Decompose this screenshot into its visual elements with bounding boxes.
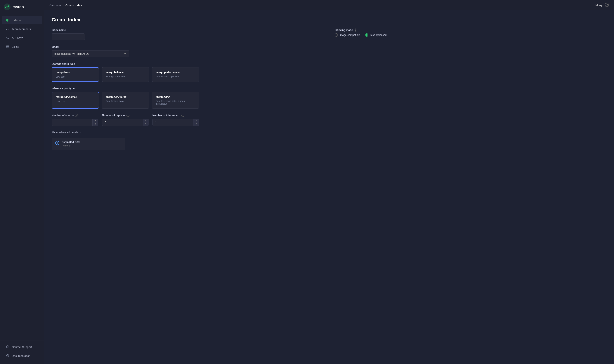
radio-image-compatible-circle xyxy=(335,33,338,37)
inference-card-cpu-small[interactable]: marqo.CPU.small Low cost xyxy=(52,92,99,109)
sidebar-item-contact-support[interactable]: Contact Support xyxy=(2,343,42,351)
num-shards-input-wrap: ▲ ▼ xyxy=(52,119,98,126)
storage-shard-card-grid: marqo.basic Low cost marqo.balanced Stor… xyxy=(52,67,199,82)
storage-card-basic[interactable]: marqo.basic Low cost xyxy=(52,67,99,82)
sidebar-item-indexes-label: Indexes xyxy=(12,19,22,22)
num-inference-increment[interactable]: ▲ xyxy=(193,119,199,122)
sidebar-item-billing[interactable]: Billing xyxy=(2,42,42,51)
num-inference-label: Number of inference ... i xyxy=(152,114,199,117)
storage-card-performance-title: marqo.performance xyxy=(156,71,195,74)
num-replicas-input[interactable] xyxy=(102,119,143,126)
svg-point-6 xyxy=(8,28,9,29)
inference-card-gpu[interactable]: marqo.GPU Best for image data, highest t… xyxy=(152,92,199,109)
num-inference-decrement[interactable]: ▼ xyxy=(193,122,199,126)
radio-text-optimised-label: Text-optimised xyxy=(370,34,386,37)
sidebar-item-documentation-label: Documentation xyxy=(12,354,30,357)
logo: marqo xyxy=(0,0,44,14)
svg-rect-8 xyxy=(6,46,9,48)
index-name-section: Index name xyxy=(52,28,324,46)
num-inference-input-wrap: ▲ ▼ xyxy=(152,119,199,126)
documentation-icon xyxy=(6,354,10,358)
num-inference-field: Number of inference ... i ▲ ▼ xyxy=(152,114,199,126)
num-shards-info-icon[interactable]: i xyxy=(75,114,78,117)
storage-card-balanced-desc: Storage optimised xyxy=(106,75,145,78)
num-shards-field: Number of shards i ▲ ▼ xyxy=(52,114,98,126)
breadcrumb-chevron: › xyxy=(63,4,64,6)
inference-card-gpu-title: marqo.GPU xyxy=(156,95,195,98)
num-inference-stepper: ▲ ▼ xyxy=(193,119,199,126)
inference-card-cpu-large[interactable]: marqo.CPU.large Best for text data xyxy=(102,92,149,109)
cost-info-icon: i xyxy=(55,141,59,145)
sidebar-item-billing-label: Billing xyxy=(12,45,19,48)
sidebar-item-api-keys[interactable]: API Keys xyxy=(2,34,42,42)
show-advanced-toggle[interactable]: Show advanced details ▲ xyxy=(52,131,607,134)
main-area: Overview › Create index Marqo Create Ind… xyxy=(44,0,614,364)
sidebar-bottom: Contact Support Documentation xyxy=(0,340,44,364)
team-members-icon xyxy=(6,27,10,31)
index-name-input[interactable] xyxy=(52,33,85,40)
svg-point-2 xyxy=(8,5,9,6)
radio-text-optimised[interactable]: Text-optimised xyxy=(365,33,386,37)
num-inference-info-icon[interactable]: i xyxy=(181,114,184,117)
num-shards-label: Number of shards i xyxy=(52,114,98,117)
num-replicas-increment[interactable]: ▲ xyxy=(143,119,149,122)
indexing-mode-form-section: Indexing mode i Image-compatible Text xyxy=(335,28,607,37)
sidebar-item-team-members[interactable]: Team Members xyxy=(2,25,42,33)
num-shards-input[interactable] xyxy=(52,119,92,126)
breadcrumb-current: Create index xyxy=(66,3,82,7)
num-replicas-decrement[interactable]: ▼ xyxy=(143,122,149,126)
storage-shard-form-section: Storage shard type marqo.basic Low cost … xyxy=(52,63,607,82)
num-replicas-field: Number of replicas i ▲ ▼ xyxy=(102,114,149,126)
show-advanced-label: Show advanced details xyxy=(52,131,78,134)
storage-shard-label: Storage shard type xyxy=(52,63,607,65)
sidebar-nav: Indexes Team Members API Ke xyxy=(0,14,44,340)
radio-image-compatible-label: Image-compatible xyxy=(340,34,360,37)
breadcrumb-overview[interactable]: Overview xyxy=(49,3,61,7)
num-inference-input[interactable] xyxy=(153,119,193,126)
indexing-mode-label: Indexing mode i xyxy=(335,28,607,31)
num-replicas-info-icon[interactable]: i xyxy=(126,114,129,117)
svg-point-3 xyxy=(6,19,9,21)
num-shards-increment[interactable]: ▲ xyxy=(93,119,98,122)
model-label: Model xyxy=(52,46,607,49)
logo-text: marqo xyxy=(13,5,24,9)
api-keys-icon xyxy=(6,36,10,39)
inference-card-cpu-large-title: marqo.CPU.large xyxy=(106,95,145,98)
radio-text-optimised-circle xyxy=(365,33,368,37)
storage-card-balanced[interactable]: marqo.balanced Storage optimised xyxy=(102,67,149,82)
radio-image-compatible[interactable]: Image-compatible xyxy=(335,33,360,37)
inference-card-cpu-large-desc: Best for text data xyxy=(106,100,145,103)
inference-pod-card-grid: marqo.CPU.small Low cost marqo.CPU.large… xyxy=(52,92,199,109)
sidebar-item-api-keys-label: API Keys xyxy=(12,36,23,39)
storage-card-performance[interactable]: marqo.performance Performance optimised xyxy=(152,67,199,82)
sidebar-item-team-members-label: Team Members xyxy=(12,27,31,31)
user-avatar-icon xyxy=(605,3,609,7)
content: Create Index Index name Indexing mode i xyxy=(44,10,614,364)
svg-point-11 xyxy=(605,3,609,7)
number-inputs-section: Number of shards i ▲ ▼ Number of replica… xyxy=(52,114,199,126)
svg-point-1 xyxy=(5,7,6,8)
indexing-mode-radio-group: Image-compatible Text-optimised xyxy=(335,33,607,37)
marqo-logo-icon xyxy=(4,3,11,10)
model-select[interactable]: hf/all_datasets_v4_MiniLM-L6 hf/all-Mini… xyxy=(52,50,129,57)
inference-pod-label: Inference pod type xyxy=(52,87,607,90)
index-name-indexing-row: Index name Indexing mode i Image-compati… xyxy=(52,28,607,46)
indexing-mode-info-icon[interactable]: i xyxy=(354,28,357,31)
index-name-label: Index name xyxy=(52,28,324,31)
num-replicas-input-wrap: ▲ ▼ xyxy=(102,119,149,126)
inference-pod-form-section: Inference pod type marqo.CPU.small Low c… xyxy=(52,87,607,109)
num-shards-stepper: ▲ ▼ xyxy=(92,119,98,126)
sidebar-item-indexes[interactable]: Indexes xyxy=(2,16,42,24)
contact-support-icon xyxy=(6,345,10,349)
sidebar-item-contact-support-label: Contact Support xyxy=(12,345,32,349)
indexes-icon xyxy=(6,18,10,22)
num-replicas-stepper: ▲ ▼ xyxy=(143,119,149,126)
storage-card-basic-title: marqo.basic xyxy=(56,71,95,74)
svg-point-4 xyxy=(7,20,8,21)
storage-card-basic-desc: Low cost xyxy=(56,75,95,78)
page-title: Create Index xyxy=(52,17,607,23)
num-shards-decrement[interactable]: ▼ xyxy=(93,122,98,126)
inference-card-gpu-desc: Best for image data, highest throughput xyxy=(156,100,195,105)
sidebar-item-documentation[interactable]: Documentation xyxy=(2,351,42,360)
svg-point-5 xyxy=(7,28,8,29)
